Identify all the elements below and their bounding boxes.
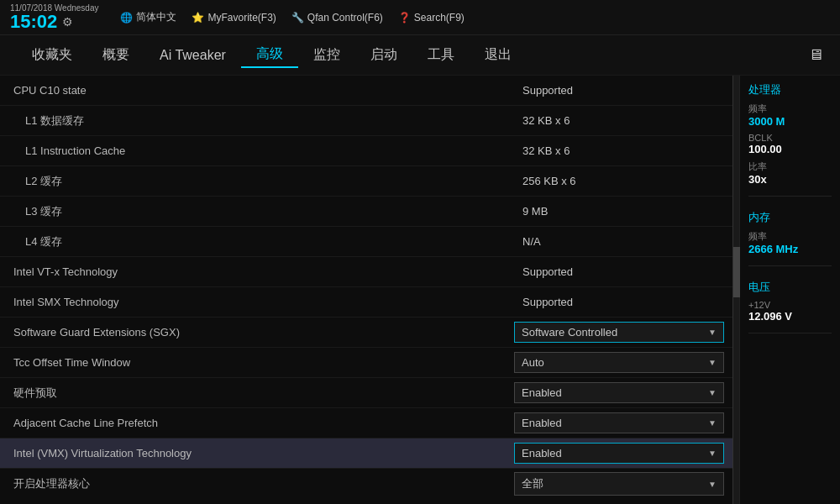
label-sgx: Software Guard Extensions (SGX) [0,321,514,344]
nav-item-favorites[interactable]: 收藏夹 [17,43,87,67]
row-l4: L4 缓存 N/A [0,227,732,257]
value-l1-instr: 32 KB x 6 [514,139,732,162]
volt-section: 电压 +12V 12.096 V [748,280,832,333]
row-l2: L2 缓存 256 KB x 6 [0,166,732,197]
dropdown-cpu-cores[interactable]: 全部 ▼ [514,472,724,496]
chevron-down-icon: ▼ [708,388,717,397]
label-tcc: Tcc Offset Time Window [0,351,514,374]
row-tcc: Tcc Offset Time Window Auto ▼ [0,348,732,378]
nav-item-overview[interactable]: 概要 [87,43,144,67]
label-smx: Intel SMX Technology [0,291,514,313]
dropdown-tcc[interactable]: Auto ▼ [514,352,724,373]
label-vtx: Intel VT-x Technology [0,260,514,283]
main-area: CPU C10 state Supported L1 数据缓存 32 KB x … [0,76,840,504]
label-l1-data: L1 数据缓存 [0,108,514,134]
row-smx: Intel SMX Technology Supported [0,287,732,318]
nav-bar: 收藏夹 概要 Ai Tweaker 高级 监控 启动 工具 退出 🖥 [0,35,840,76]
search-label: Search(F9) [414,12,465,24]
right-panel: 处理器 频率 3000 M BCLK 100.00 比率 30x 内存 频率 2… [739,76,840,504]
nav-item-boot[interactable]: 启动 [355,43,412,67]
chevron-down-icon: ▼ [708,449,717,458]
label-cpu-cores: 开启处理器核心 [0,471,514,496]
time-display: 15:02 [10,13,57,31]
top-bar: 11/07/2018 Wednesday 15:02 ⚙ 🌐 简体中文 ⭐ My… [0,0,840,35]
value-cpu-c10: Supported [514,79,732,102]
fan-icon: 🔧 [291,12,304,24]
row-l1-instr: L1 Instruction Cache 32 KB x 6 [0,136,732,166]
qfan-button[interactable]: 🔧 Qfan Control(F6) [291,12,383,24]
row-l1-data: L1 数据缓存 32 KB x 6 [0,106,732,136]
dropdown-sgx-value: Software Controlled [522,326,617,339]
scroll-thumb[interactable] [733,247,740,297]
label-l1-instr: L1 Instruction Cache [0,139,514,162]
datetime-block: 11/07/2018 Wednesday 15:02 ⚙ [10,3,98,31]
screenshot-icon[interactable]: 🖥 [808,46,823,64]
value-l1-data: 32 KB x 6 [514,109,732,132]
value-l3: 9 MB [514,200,732,223]
label-l2: L2 缓存 [0,169,514,194]
mem-speed-value: 2666 MHz [748,243,832,255]
label-adj-prefetch: Adjacent Cache Line Prefetch [0,412,514,434]
row-cpu-c10: CPU C10 state Supported [0,76,732,106]
value-l2: 256 KB x 6 [514,170,732,192]
nav-item-monitor[interactable]: 监控 [298,43,355,67]
mem-section-title: 内存 [748,210,832,225]
row-vtx: Intel VT-x Technology Supported [0,257,732,287]
nav-item-advanced[interactable]: 高级 [241,42,298,68]
mem-section: 内存 频率 2666 MHz [748,210,832,266]
label-l4: L4 缓存 [0,229,514,255]
nav-item-exit[interactable]: 退出 [470,43,527,67]
label-cpu-c10: CPU C10 state [0,79,514,102]
question-icon: ❓ [398,12,411,24]
dropdown-cpu-cores-value: 全部 [522,476,543,491]
language-label: 简体中文 [136,10,176,24]
myfavorite-button[interactable]: ⭐ MyFavorite(F3) [192,12,276,24]
settings-panel: CPU C10 state Supported L1 数据缓存 32 KB x … [0,76,732,504]
value-smx: Supported [514,291,732,313]
ratio-value: 30x [748,173,832,186]
row-sgx: Software Guard Extensions (SGX) Software… [0,318,732,348]
globe-icon: 🌐 [120,12,133,24]
label-l3: L3 缓存 [0,199,514,224]
volt-section-title: 电压 [748,280,832,295]
value-l4: N/A [514,230,732,253]
chevron-down-icon: ▼ [708,480,717,489]
cpu-section: 处理器 频率 3000 M BCLK 100.00 比率 30x [748,82,832,197]
chevron-down-icon: ▼ [708,358,717,367]
dropdown-adj-prefetch-value: Enabled [522,417,562,429]
row-hw-prefetch: 硬件预取 Enabled ▼ [0,378,732,408]
value-vtx: Supported [514,260,732,283]
ratio-label: 比率 [748,160,832,173]
dropdown-adj-prefetch[interactable]: Enabled ▼ [514,412,724,433]
star-icon: ⭐ [192,12,204,24]
top-menu: 🌐 简体中文 ⭐ MyFavorite(F3) 🔧 Qfan Control(F… [120,10,464,24]
dropdown-sgx[interactable]: Software Controlled ▼ [514,322,724,343]
mem-speed-label: 频率 [748,230,832,243]
settings-icon[interactable]: ⚙ [62,15,73,29]
nav-item-tools[interactable]: 工具 [412,43,470,67]
v12-label: +12V [748,300,832,310]
bclk-label: BCLK [748,133,832,143]
chevron-down-icon: ▼ [708,418,717,428]
cpu-speed-value: 3000 M [748,115,832,128]
row-l3: L3 缓存 9 MB [0,197,732,227]
search-button[interactable]: ❓ Search(F9) [398,12,465,24]
dropdown-hw-prefetch[interactable]: Enabled ▼ [514,382,724,403]
row-vmx: Intel (VMX) Virtualization Technology En… [0,438,732,469]
row-adj-prefetch: Adjacent Cache Line Prefetch Enabled ▼ [0,408,732,438]
label-hw-prefetch: 硬件预取 [0,381,514,406]
language-selector[interactable]: 🌐 简体中文 [120,10,176,24]
dropdown-vmx-value: Enabled [522,447,562,459]
row-cpu-cores: 开启处理器核心 全部 ▼ [0,469,732,499]
dropdown-hw-prefetch-value: Enabled [522,386,562,399]
chevron-down-icon: ▼ [708,328,717,337]
label-vmx: Intel (VMX) Virtualization Technology [0,442,514,465]
dropdown-vmx[interactable]: Enabled ▼ [514,443,724,464]
cpu-speed-label: 频率 [748,102,832,115]
bclk-value: 100.00 [748,143,832,155]
nav-item-aitweaker[interactable]: Ai Tweaker [144,45,241,66]
cpu-section-title: 处理器 [748,82,832,97]
myfavorite-label: MyFavorite(F3) [207,12,276,24]
v12-value: 12.096 V [748,310,832,323]
scrollbar[interactable] [732,76,739,504]
